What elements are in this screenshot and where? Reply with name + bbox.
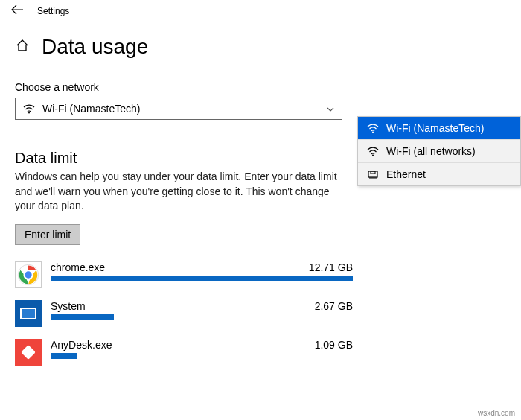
choose-network-label: Choose a network	[15, 81, 506, 93]
wifi-icon	[23, 103, 35, 115]
app-usage-amount: 1.09 GB	[315, 339, 353, 351]
svg-rect-6	[368, 171, 377, 177]
dropdown-item-label: Wi-Fi (all networks)	[386, 145, 476, 157]
enter-limit-button[interactable]: Enter limit	[15, 224, 80, 245]
data-limit-description: Windows can help you stay under your dat…	[15, 170, 350, 214]
usage-bar	[51, 353, 353, 359]
app-usage-amount: 12.71 GB	[309, 261, 353, 273]
ethernet-icon	[367, 168, 379, 180]
usage-bar	[51, 276, 353, 281]
dropdown-item-0[interactable]: Wi-Fi (NamasteTech)	[358, 117, 520, 140]
dropdown-item-label: Wi-Fi (NamasteTech)	[386, 122, 484, 134]
app-name: chrome.exe	[51, 261, 105, 273]
network-select-value: Wi-Fi (NamasteTech)	[42, 103, 140, 115]
usage-bar	[51, 314, 353, 320]
dropdown-item-1[interactable]: Wi-Fi (all networks)	[358, 140, 520, 163]
app-name: AnyDesk.exe	[51, 339, 112, 351]
watermark: wsxdn.com	[478, 409, 515, 417]
wifi-icon	[367, 122, 379, 134]
anydesk-icon	[15, 339, 42, 366]
system-icon	[15, 300, 42, 327]
network-dropdown: Wi-Fi (NamasteTech)Wi-Fi (all networks)E…	[357, 116, 521, 186]
chrome-icon	[15, 261, 42, 288]
home-icon[interactable]	[15, 38, 30, 57]
usage-row: System2.67 GB	[15, 300, 506, 327]
dropdown-item-2[interactable]: Ethernet	[358, 163, 520, 185]
window-title: Settings	[37, 6, 69, 16]
usage-row: AnyDesk.exe1.09 GB	[15, 339, 506, 366]
page-title: Data usage	[42, 35, 148, 59]
svg-point-4	[372, 132, 374, 133]
wifi-icon	[367, 145, 379, 157]
svg-rect-7	[371, 171, 375, 174]
app-usage-amount: 2.67 GB	[315, 300, 353, 312]
svg-point-5	[372, 155, 374, 156]
usage-row: chrome.exe12.71 GB	[15, 261, 506, 288]
chevron-down-icon	[327, 104, 334, 113]
app-name: System	[51, 300, 86, 312]
dropdown-item-label: Ethernet	[386, 168, 426, 180]
svg-point-0	[28, 112, 30, 114]
network-select[interactable]: Wi-Fi (NamasteTech)	[15, 98, 342, 120]
back-arrow[interactable]	[10, 4, 24, 17]
